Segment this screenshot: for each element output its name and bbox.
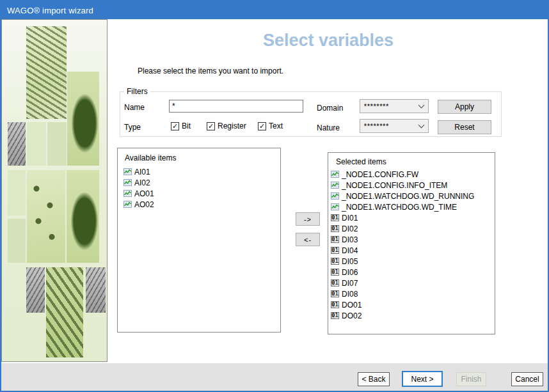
list-item[interactable]: 01 DI06 — [331, 267, 495, 278]
item-label: DI06 — [342, 268, 358, 277]
list-item[interactable]: 01 DI04 — [331, 245, 495, 256]
type-label: Type — [124, 123, 141, 132]
checkmark-icon[interactable]: ✓ — [171, 122, 179, 130]
binary-icon: 01 — [331, 269, 339, 276]
finish-button[interactable]: Finish — [456, 372, 486, 386]
item-label: DI01 — [342, 214, 358, 223]
checkmark-icon[interactable]: ✓ — [258, 122, 266, 130]
list-item[interactable]: _NODE1.WATCHDOG.WD_RUNNING — [331, 191, 495, 201]
collage-tile — [46, 267, 83, 357]
trend-icon — [331, 192, 339, 200]
item-label: AO02 — [134, 200, 154, 209]
list-item[interactable]: 01 DO02 — [331, 310, 495, 321]
list-item[interactable]: _NODE1.CONFIG.FW — [331, 169, 495, 180]
apply-button[interactable]: Apply — [438, 100, 491, 114]
list-item[interactable]: AO01 — [123, 188, 280, 199]
collage-tile — [67, 72, 99, 166]
window-title: WAGO® import wizard — [7, 6, 93, 15]
trend-icon — [331, 203, 339, 210]
intro-text: Please select the items you want to impo… — [138, 67, 283, 75]
trend-icon — [331, 171, 339, 178]
checkmark-icon[interactable]: ✓ — [207, 122, 215, 130]
trend-icon — [123, 179, 132, 186]
item-label: DI02 — [342, 224, 358, 233]
collage-tile — [67, 170, 99, 263]
list-item[interactable]: _NODE1.CONFIG.INFO_ITEM — [331, 180, 495, 191]
wizard-window: WAGO® import wizard Select variables Ple… — [0, 0, 549, 392]
checkbox-bit-label: Bit — [182, 122, 191, 130]
list-item[interactable]: _NODE1.WATCHDOG.WD_TIME — [331, 201, 495, 212]
collage-tile — [86, 267, 106, 313]
selected-items-header: Selected items — [328, 153, 495, 169]
list-item[interactable]: AO02 — [123, 199, 280, 210]
list-item[interactable]: AI02 — [123, 177, 280, 188]
binary-icon: 01 — [331, 312, 339, 319]
list-item[interactable]: 01 DI07 — [331, 278, 495, 288]
binary-icon: 01 — [331, 290, 339, 297]
checkbox-register[interactable]: ✓ Register — [207, 122, 246, 130]
move-left-button[interactable]: <- — [296, 233, 320, 246]
collage-tile — [26, 267, 45, 313]
selected-items-list[interactable]: Selected items _NODE1.CONFIG.FW _NODE1.C… — [328, 152, 495, 334]
item-label: DI08 — [342, 290, 358, 299]
binary-icon: 01 — [331, 236, 339, 243]
title-bar[interactable]: WAGO® import wizard — [1, 1, 548, 19]
item-label: _NODE1.CONFIG.INFO_ITEM — [342, 181, 447, 190]
trend-icon — [331, 182, 339, 189]
collage-tile — [8, 170, 26, 216]
item-label: AO01 — [134, 189, 154, 198]
available-items-header: Available items — [118, 148, 280, 166]
filters-legend: Filters — [124, 87, 150, 96]
name-label: Name — [124, 103, 145, 112]
binary-icon: 01 — [331, 225, 339, 232]
item-label: DI04 — [342, 246, 358, 255]
trend-icon — [123, 168, 132, 175]
binary-icon: 01 — [331, 301, 339, 308]
chevron-down-icon — [418, 102, 425, 108]
checkbox-text[interactable]: ✓ Text — [258, 122, 283, 130]
checkbox-bit[interactable]: ✓ Bit — [171, 122, 191, 130]
list-item[interactable]: 01 DI05 — [331, 256, 495, 267]
list-item[interactable]: AI01 — [123, 166, 280, 177]
next-button[interactable]: Next > — [402, 371, 443, 387]
item-label: _NODE1.CONFIG.FW — [342, 170, 418, 179]
move-right-button[interactable]: -> — [296, 212, 320, 226]
item-label: DO01 — [342, 301, 362, 310]
collage-tile — [47, 122, 67, 166]
nature-select[interactable]: ******** — [360, 119, 429, 133]
trend-icon — [123, 201, 132, 208]
chevron-down-icon — [418, 122, 425, 128]
item-label: _NODE1.WATCHDOG.WD_RUNNING — [342, 192, 474, 201]
item-label: _NODE1.WATCHDOG.WD_TIME — [342, 203, 457, 212]
list-item[interactable]: 01 DO01 — [331, 299, 495, 310]
list-item[interactable]: 01 DI02 — [331, 223, 495, 234]
domain-value: ******** — [364, 103, 389, 110]
nature-label: Nature — [317, 123, 340, 132]
collage-tile — [27, 170, 65, 263]
checkbox-register-label: Register — [218, 122, 246, 130]
name-filter-input[interactable] — [169, 100, 303, 113]
list-item[interactable]: 01 DI03 — [331, 234, 495, 245]
domain-label: Domain — [317, 104, 343, 113]
item-label: AI02 — [134, 178, 150, 187]
back-button[interactable]: < Back — [358, 372, 390, 386]
collage-tile — [27, 122, 46, 166]
collage-tile — [8, 122, 26, 166]
list-item[interactable]: 01 DI01 — [331, 212, 495, 223]
nature-value: ******** — [364, 123, 389, 130]
checkbox-text-label: Text — [269, 122, 283, 130]
binary-icon: 01 — [331, 258, 339, 265]
available-items-list[interactable]: Available items AI01 AI02 AO01 AO02 — [117, 148, 281, 333]
wago-image-collage — [1, 19, 107, 362]
collage-tile — [26, 26, 67, 119]
item-label: DI05 — [342, 257, 358, 266]
list-item[interactable]: 01 DI08 — [331, 288, 495, 299]
domain-select[interactable]: ******** — [360, 99, 429, 113]
binary-icon: 01 — [331, 247, 339, 254]
item-label: DO02 — [342, 311, 362, 320]
reset-button[interactable]: Reset — [438, 120, 491, 134]
cancel-button[interactable]: Cancel — [511, 372, 543, 386]
item-label: DI07 — [342, 279, 358, 288]
binary-icon: 01 — [331, 214, 339, 221]
binary-icon: 01 — [331, 279, 339, 286]
